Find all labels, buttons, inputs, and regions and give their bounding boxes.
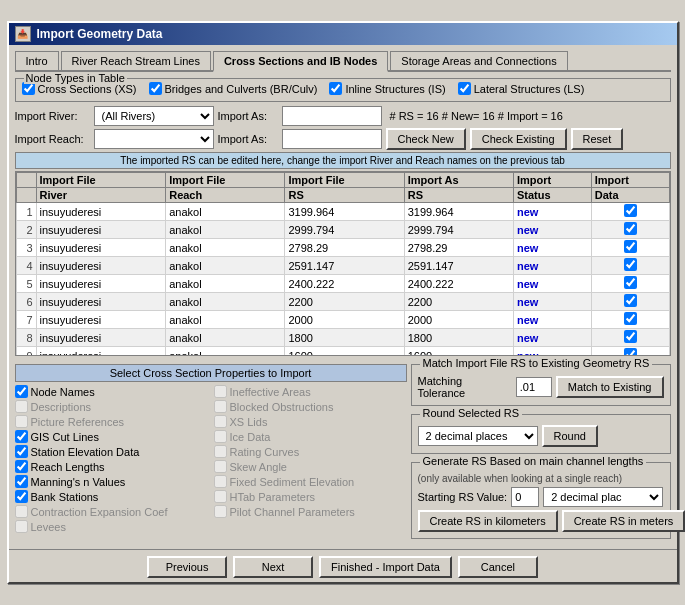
row-data-checkbox[interactable] xyxy=(624,276,637,289)
check-new-button[interactable]: Check New xyxy=(386,128,466,150)
property-item: Pilot Channel Parameters xyxy=(214,505,407,518)
col-num-subheader xyxy=(16,188,36,203)
property-checkbox[interactable] xyxy=(15,475,28,488)
row-reach: anakol xyxy=(166,329,285,347)
row-river: insuyuderesi xyxy=(36,221,166,239)
row-data-cell xyxy=(591,275,669,293)
property-checkbox xyxy=(214,475,227,488)
match-row: Matching Tolerance Match to Existing xyxy=(418,375,664,399)
row-data-checkbox[interactable] xyxy=(624,240,637,253)
starting-value-input[interactable] xyxy=(511,487,539,507)
finish-button[interactable]: Finished - Import Data xyxy=(319,556,452,578)
tab-storage[interactable]: Storage Areas and Connections xyxy=(390,51,567,70)
tolerance-label: Matching Tolerance xyxy=(418,375,512,399)
previous-button[interactable]: Previous xyxy=(147,556,227,578)
row-data-checkbox[interactable] xyxy=(624,204,637,217)
property-checkbox xyxy=(214,460,227,473)
col-river-header: Import File xyxy=(36,173,166,188)
row-river: insuyuderesi xyxy=(36,311,166,329)
tab-cross-sections[interactable]: Cross Sections and IB Nodes xyxy=(213,51,388,72)
round-button[interactable]: Round xyxy=(542,425,598,447)
node-type-lateral: Lateral Structures (LS) xyxy=(458,82,585,95)
property-item: XS Lids xyxy=(214,415,407,428)
row-river: insuyuderesi xyxy=(36,293,166,311)
checkbox-inline[interactable] xyxy=(329,82,342,95)
row-reach: anakol xyxy=(166,275,285,293)
checkbox-lateral[interactable] xyxy=(458,82,471,95)
row-data-checkbox[interactable] xyxy=(624,222,637,235)
row-river: insuyuderesi xyxy=(36,203,166,221)
node-types-title: Node Types in Table xyxy=(24,72,127,84)
reset-button[interactable]: Reset xyxy=(571,128,624,150)
row-import-as: 2591.147 xyxy=(404,257,513,275)
decimal-select[interactable]: 2 decimal plac1 decimal plac0 decimal pl… xyxy=(543,487,663,507)
round-row: 2 decimal places1 decimal place0 decimal… xyxy=(418,425,664,447)
property-checkbox xyxy=(15,415,28,428)
row-num: 4 xyxy=(16,257,36,275)
import-as-reach-input[interactable] xyxy=(282,129,382,149)
table-row: 6 insuyuderesi anakol 2200 2200 new xyxy=(16,293,669,311)
tab-intro[interactable]: Intro xyxy=(15,51,59,70)
title-bar: 📥 Import Geometry Data xyxy=(9,23,677,45)
row-data-checkbox[interactable] xyxy=(624,294,637,307)
checkbox-bridges[interactable] xyxy=(149,82,162,95)
round-select[interactable]: 2 decimal places1 decimal place0 decimal… xyxy=(418,426,538,446)
cancel-button[interactable]: Cancel xyxy=(458,556,538,578)
property-checkbox[interactable] xyxy=(15,490,28,503)
data-table-wrapper[interactable]: Import File Import File Import File Impo… xyxy=(15,171,671,356)
import-as-river-input[interactable] xyxy=(282,106,382,126)
node-types-groupbox: Node Types in Table Cross Sections (XS) … xyxy=(15,78,671,102)
match-existing-button[interactable]: Match to Existing xyxy=(556,376,664,398)
row-rs: 2000 xyxy=(285,311,404,329)
right-panel: Match Import File RS to Existing Geometr… xyxy=(411,364,671,543)
dialog: 📥 Import Geometry Data Intro River Reach… xyxy=(7,21,679,584)
properties-col2: Ineffective AreasBlocked ObstructionsXS … xyxy=(214,385,407,535)
row-data-checkbox[interactable] xyxy=(624,330,637,343)
generate-body: (only available when looking at a single… xyxy=(418,473,664,532)
property-label: Descriptions xyxy=(31,401,92,413)
properties-col1: Node NamesDescriptionsPicture References… xyxy=(15,385,208,535)
row-data-checkbox[interactable] xyxy=(624,348,637,356)
property-item: Contraction Expansion Coef xyxy=(15,505,208,518)
row-import-as: 2400.222 xyxy=(404,275,513,293)
property-checkbox[interactable] xyxy=(15,445,28,458)
row-import-as: 2798.29 xyxy=(404,239,513,257)
row-import-as: 1800 xyxy=(404,329,513,347)
col-status-subheader: Status xyxy=(513,188,591,203)
create-buttons-row: Create RS in kilometers Create RS in met… xyxy=(418,510,664,532)
create-km-button[interactable]: Create RS in kilometers xyxy=(418,510,558,532)
import-reach-select[interactable] xyxy=(94,129,214,149)
property-checkbox[interactable] xyxy=(15,385,28,398)
properties-cols: Node NamesDescriptionsPicture References… xyxy=(15,385,407,535)
import-river-select[interactable]: (All Rivers) xyxy=(94,106,214,126)
tab-river-reach[interactable]: River Reach Stream Lines xyxy=(61,51,211,70)
row-num: 1 xyxy=(16,203,36,221)
row-rs: 2798.29 xyxy=(285,239,404,257)
table-row: 9 insuyuderesi anakol 1600 1600 new xyxy=(16,347,669,357)
row-num: 5 xyxy=(16,275,36,293)
property-item: GIS Cut Lines xyxy=(15,430,208,443)
tolerance-input[interactable] xyxy=(516,377,552,397)
col-rs-subheader: RS xyxy=(285,188,404,203)
row-data-checkbox[interactable] xyxy=(624,312,637,325)
property-item: Rating Curves xyxy=(214,445,407,458)
table-row: 5 insuyuderesi anakol 2400.222 2400.222 … xyxy=(16,275,669,293)
import-reach-row: Import Reach: Import As: Check New Check… xyxy=(15,128,671,150)
property-item: Manning's n Values xyxy=(15,475,208,488)
property-item: Ice Data xyxy=(214,430,407,443)
property-label: Fixed Sediment Elevation xyxy=(230,476,355,488)
rs-row: Starting RS Value: 2 decimal plac1 decim… xyxy=(418,487,664,507)
check-existing-button[interactable]: Check Existing xyxy=(470,128,567,150)
property-checkbox[interactable] xyxy=(15,430,28,443)
property-item: Station Elevation Data xyxy=(15,445,208,458)
row-status: new xyxy=(513,239,591,257)
create-meters-button[interactable]: Create RS in meters xyxy=(562,510,685,532)
row-data-cell xyxy=(591,293,669,311)
col-rs-header: Import File xyxy=(285,173,404,188)
row-data-checkbox[interactable] xyxy=(624,258,637,271)
table-container: Import File Import File Import File Impo… xyxy=(15,171,671,360)
next-button[interactable]: Next xyxy=(233,556,313,578)
row-num: 8 xyxy=(16,329,36,347)
property-checkbox[interactable] xyxy=(15,460,28,473)
row-data-cell xyxy=(591,347,669,357)
